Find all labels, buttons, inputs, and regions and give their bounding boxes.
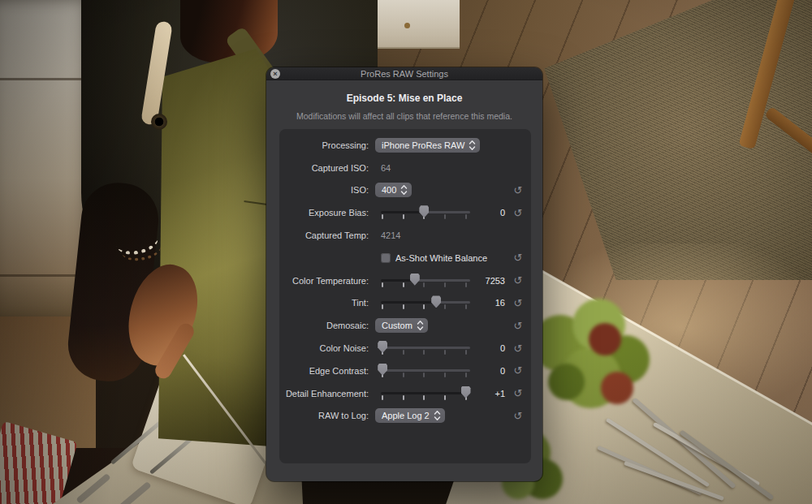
slider-tick (382, 304, 383, 309)
demosaic-reset-button[interactable]: ↺ (510, 321, 526, 331)
raw-to-log-reset-button[interactable]: ↺ (510, 411, 526, 421)
demosaic-popup-value: Custom (382, 321, 412, 330)
chevron-up-down-icon (417, 320, 424, 331)
color-noise-value: 0 (470, 343, 510, 353)
slider-tick (465, 214, 467, 219)
close-button[interactable]: × (270, 69, 280, 79)
row-demosaic: Demosaic: Custom ↺ (279, 314, 526, 337)
bg-cabinet (364, 0, 460, 49)
captured-iso-label: Captured ISO: (279, 163, 375, 173)
slider-track (381, 279, 470, 282)
color-temperature-value: 7253 (470, 276, 510, 286)
as-shot-white-balance-checkbox[interactable] (381, 253, 391, 263)
slider-tick (465, 350, 467, 355)
bg-apron-grommet (151, 114, 167, 130)
edge-contrast-slider[interactable] (381, 363, 470, 379)
slider-tick (382, 214, 383, 219)
dialog-titlebar[interactable]: × ProRes RAW Settings (266, 67, 542, 80)
chevron-up-down-icon (434, 410, 441, 421)
captured-temp-label: Captured Temp: (279, 230, 375, 240)
tint-slider[interactable] (381, 295, 470, 311)
exposure-bias-slider[interactable] (381, 205, 470, 221)
slider-tick (423, 350, 425, 355)
captured-iso-value: 64 (375, 163, 391, 173)
color-noise-reset-button[interactable]: ↺ (510, 343, 526, 354)
chevron-up-down-icon (400, 184, 408, 196)
color-temperature-label: Color Temperature: (279, 276, 375, 286)
row-edge-contrast: Edge Contrast: 0 ↺ (279, 360, 526, 382)
color-temperature-reset-button[interactable]: ↺ (510, 275, 526, 286)
slider-tick (403, 395, 404, 400)
as-shot-white-balance-label: As-Shot White Balance (395, 253, 487, 263)
tint-reset-button[interactable]: ↺ (510, 298, 526, 308)
color-temperature-slider[interactable] (381, 273, 470, 289)
clip-name-heading: Episode 5: Mise en Place (266, 93, 542, 104)
slider-track (381, 369, 470, 372)
slider-tick (444, 373, 446, 377)
settings-panel: Processing: iPhone ProRes RAW Captured I… (279, 129, 531, 463)
slider-track (381, 392, 470, 394)
row-exposure-bias: Exposure Bias: 0 ↺ (279, 201, 526, 224)
detail-enhancement-slider[interactable] (381, 386, 470, 402)
processing-popup[interactable]: iPhone ProRes RAW (375, 138, 480, 153)
color-noise-label: Color Noise: (279, 343, 375, 353)
edge-contrast-value: 0 (470, 366, 510, 376)
exposure-bias-label: Exposure Bias: (279, 208, 375, 218)
bg-lettuce (524, 299, 650, 420)
edge-contrast-reset-button[interactable]: ↺ (510, 365, 526, 376)
slider-thumb[interactable] (419, 205, 429, 218)
slider-tick (403, 350, 404, 355)
demosaic-popup[interactable]: Custom (375, 318, 428, 333)
chevron-up-down-icon (469, 140, 476, 151)
slider-tick (403, 214, 404, 219)
row-tint: Tint: 16 ↺ (279, 292, 526, 315)
raw-to-log-popup[interactable]: Apple Log 2 (375, 408, 445, 423)
slider-tick (403, 304, 404, 309)
slider-tick (382, 395, 383, 400)
bg-silverware (572, 418, 812, 504)
row-captured-iso: Captured ISO: 64 (279, 157, 526, 179)
edge-contrast-label: Edge Contrast: (279, 366, 375, 376)
slider-tick (444, 350, 446, 355)
color-noise-slider[interactable] (381, 340, 470, 356)
row-color-noise: Color Noise: 0 ↺ (279, 337, 526, 360)
slider-thumb[interactable] (378, 364, 387, 376)
processing-popup-value: iPhone ProRes RAW (382, 140, 464, 150)
bg-leaf (601, 372, 633, 404)
prores-raw-settings-dialog: × ProRes RAW Settings Episode 5: Mise en… (266, 67, 542, 481)
detail-enhancement-label: Detail Enhancement: (279, 389, 375, 398)
slider-thumb[interactable] (410, 274, 420, 286)
slider-tick (465, 282, 467, 287)
slider-thumb[interactable] (378, 341, 387, 353)
as-shot-reset-button[interactable]: ↺ (510, 252, 526, 263)
processing-label: Processing: (279, 140, 375, 150)
row-processing: Processing: iPhone ProRes RAW (279, 134, 526, 157)
row-as-shot-white-balance: As-Shot White Balance ↺ (279, 247, 526, 269)
detail-enhancement-value: +1 (470, 389, 510, 398)
row-color-temperature: Color Temperature: 7253 ↺ (279, 269, 526, 292)
slider-tick (423, 373, 425, 377)
slider-tick (465, 373, 467, 377)
bg-cabinet-knob (404, 23, 410, 28)
slider-tick (444, 282, 446, 287)
exposure-bias-reset-button[interactable]: ↺ (510, 208, 526, 218)
row-detail-enhancement: Detail Enhancement: +1 ↺ (279, 382, 526, 405)
row-raw-to-log: RAW to Log: Apple Log 2 ↺ (279, 405, 526, 428)
slider-tick (403, 373, 404, 377)
modifications-note: Modifications will affect all clips that… (266, 111, 542, 121)
bg-drawer-seam (0, 78, 93, 80)
slider-tick (403, 282, 404, 287)
iso-popup[interactable]: 400 (375, 183, 412, 197)
slider-tick (444, 214, 446, 219)
slider-tick (465, 304, 467, 309)
raw-to-log-popup-value: Apple Log 2 (382, 411, 430, 420)
raw-to-log-label: RAW to Log: (279, 411, 375, 420)
slider-thumb[interactable] (461, 386, 471, 398)
row-captured-temp: Captured Temp: 4214 (279, 224, 526, 247)
slider-tick (382, 282, 383, 287)
iso-reset-button[interactable]: ↺ (510, 185, 526, 196)
slider-thumb[interactable] (431, 295, 441, 308)
screen: × ProRes RAW Settings Episode 5: Mise en… (0, 0, 812, 504)
detail-enhancement-reset-button[interactable]: ↺ (510, 388, 526, 398)
slider-tick (423, 395, 425, 400)
